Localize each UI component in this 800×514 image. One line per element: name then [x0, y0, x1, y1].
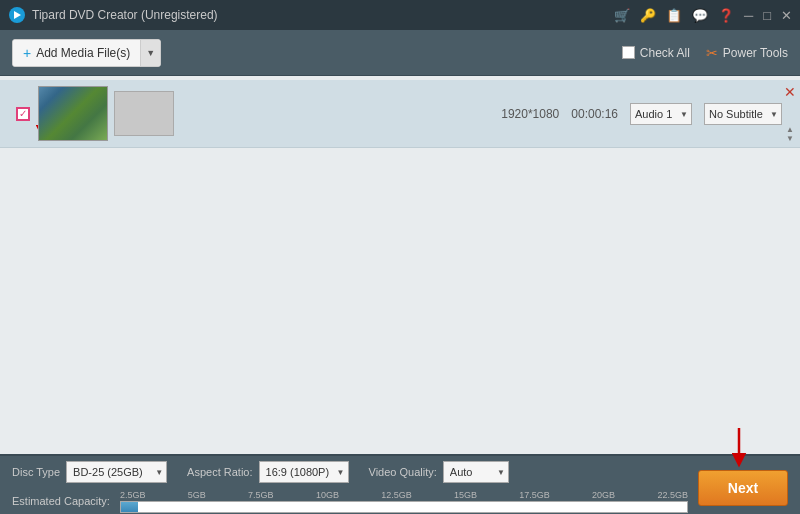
aspect-ratio-select-wrapper: 16:9 (1080P) 4:3 16:9 (720P)	[259, 461, 349, 483]
check-all-container[interactable]: Check All	[622, 46, 690, 60]
toolbar-icon-3[interactable]: 📋	[666, 8, 682, 23]
disc-type-select[interactable]: BD-25 (25GB) DVD-5 (4.7GB) DVD-9 (8.5GB)	[66, 461, 167, 483]
tick-4: 10GB	[316, 490, 339, 500]
row-order-arrows: ▲ ▼	[786, 126, 794, 143]
media-row: ✓ 1920*1080 00:00:16 Audio 1 Audio 2	[0, 80, 800, 148]
close-button[interactable]: ✕	[781, 8, 792, 23]
power-tools-label: Power Tools	[723, 46, 788, 60]
title-left: Tipard DVD Creator (Unregistered)	[8, 6, 218, 24]
aspect-ratio-select[interactable]: 16:9 (1080P) 4:3 16:9 (720P)	[259, 461, 349, 483]
title-controls: 🛒 🔑 📋 💬 ❓ ─ □ ✕	[614, 8, 792, 23]
add-media-main-area[interactable]: + Add Media File(s)	[13, 40, 140, 66]
video-quality-select-wrapper: Auto Low Medium High	[443, 461, 509, 483]
power-tools-icon: ✂	[706, 45, 718, 61]
row-up-arrow[interactable]: ▲	[786, 126, 794, 134]
bottom-row1: Disc Type BD-25 (25GB) DVD-5 (4.7GB) DVD…	[0, 456, 800, 489]
main-area: ✓ 1920*1080 00:00:16 Audio 1 Audio 2	[0, 76, 800, 454]
media-info: 1920*1080 00:00:16 Audio 1 Audio 2 No Su…	[182, 103, 792, 125]
disc-type-field: Disc Type BD-25 (25GB) DVD-5 (4.7GB) DVD…	[12, 461, 167, 483]
checkbox-area: ✓	[8, 107, 38, 121]
video-quality-select[interactable]: Auto Low Medium High	[443, 461, 509, 483]
toolbar-icon-5[interactable]: ❓	[718, 8, 734, 23]
capacity-bar-area: 2.5GB 5GB 7.5GB 10GB 12.5GB 15GB 17.5GB …	[120, 490, 688, 513]
tick-2: 5GB	[188, 490, 206, 500]
tick-7: 17.5GB	[519, 490, 550, 500]
video-quality-label: Video Quality:	[369, 466, 437, 478]
row-down-arrow[interactable]: ▼	[786, 135, 794, 143]
bottom-panel: Disc Type BD-25 (25GB) DVD-5 (4.7GB) DVD…	[0, 454, 800, 514]
checkbox-check-icon: ✓	[19, 109, 27, 119]
tick-9: 22.5GB	[657, 490, 688, 500]
title-preview-box	[114, 91, 174, 136]
capacity-ticks: 2.5GB 5GB 7.5GB 10GB 12.5GB 15GB 17.5GB …	[120, 490, 688, 500]
add-media-label: Add Media File(s)	[36, 46, 130, 60]
add-icon: +	[23, 45, 31, 61]
title-bar: Tipard DVD Creator (Unregistered) 🛒 🔑 📋 …	[0, 0, 800, 30]
maximize-button[interactable]: □	[763, 8, 771, 23]
media-item-checkbox[interactable]: ✓	[16, 107, 30, 121]
capacity-bar-fill	[121, 502, 138, 512]
subtitle-select-wrapper: No Subtitle	[704, 103, 782, 125]
title-text: Tipard DVD Creator (Unregistered)	[32, 8, 218, 22]
toolbar: + Add Media File(s) ▼ Check All ✂ Power …	[0, 30, 800, 76]
toolbar-icon-4[interactable]: 💬	[692, 8, 708, 23]
thumbnail-image	[39, 87, 107, 140]
row-close-button[interactable]: ✕	[784, 84, 796, 100]
check-all-checkbox[interactable]	[622, 46, 635, 59]
audio-select[interactable]: Audio 1 Audio 2	[630, 103, 692, 125]
video-quality-field: Video Quality: Auto Low Medium High	[369, 461, 509, 483]
disc-type-select-wrapper: BD-25 (25GB) DVD-5 (4.7GB) DVD-9 (8.5GB)	[66, 461, 167, 483]
next-button[interactable]: Next	[698, 470, 788, 506]
power-tools-button[interactable]: ✂ Power Tools	[706, 45, 788, 61]
tick-8: 20GB	[592, 490, 615, 500]
tick-6: 15GB	[454, 490, 477, 500]
capacity-bar-container	[120, 501, 688, 513]
duration-text: 00:00:16	[571, 107, 618, 121]
tick-1: 2.5GB	[120, 490, 146, 500]
audio-select-wrapper: Audio 1 Audio 2	[630, 103, 692, 125]
aspect-ratio-field: Aspect Ratio: 16:9 (1080P) 4:3 16:9 (720…	[187, 461, 348, 483]
check-all-label: Check All	[640, 46, 690, 60]
estimated-capacity-label: Estimated Capacity:	[12, 495, 112, 507]
minimize-button[interactable]: ─	[744, 8, 753, 23]
add-media-button[interactable]: + Add Media File(s) ▼	[12, 39, 161, 67]
tick-3: 7.5GB	[248, 490, 274, 500]
bottom-row2: Estimated Capacity: 2.5GB 5GB 7.5GB 10GB…	[0, 489, 800, 514]
media-thumbnail	[38, 86, 108, 141]
add-media-dropdown-arrow[interactable]: ▼	[140, 40, 160, 66]
toolbar-right: Check All ✂ Power Tools	[622, 45, 788, 61]
resolution-text: 1920*1080	[501, 107, 559, 121]
aspect-ratio-label: Aspect Ratio:	[187, 466, 252, 478]
app-logo	[8, 6, 26, 24]
subtitle-select[interactable]: No Subtitle	[704, 103, 782, 125]
toolbar-icon-2[interactable]: 🔑	[640, 8, 656, 23]
disc-type-label: Disc Type	[12, 466, 60, 478]
tick-5: 12.5GB	[381, 490, 412, 500]
toolbar-icon-1[interactable]: 🛒	[614, 8, 630, 23]
